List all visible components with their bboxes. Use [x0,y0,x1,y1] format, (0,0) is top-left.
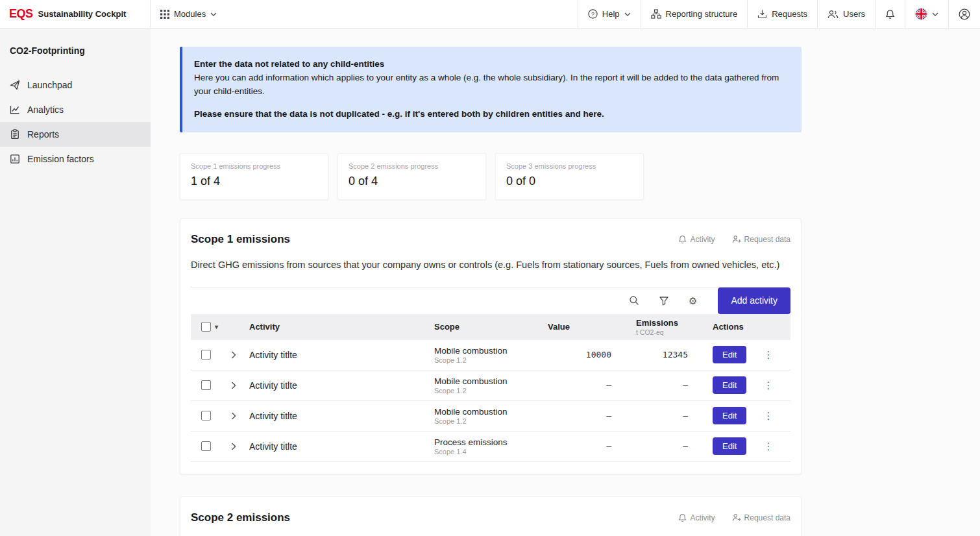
notifications-button[interactable] [875,0,905,28]
emissions-cell: – [633,441,710,451]
scope-cell: Mobile combustion Scope 1.2 [432,407,545,425]
table-header-row: ▾ Activity Scope Value Emissions t CO2-e… [191,314,790,340]
sidebar-item-emission-factors[interactable]: Emission factors [0,147,151,171]
row-expand-toggle[interactable] [221,443,247,450]
gear-icon[interactable]: ⚙ [689,296,697,306]
app-title: Sustainability Cockpit [38,9,127,19]
chevron-right-icon [231,443,236,450]
col-header-actions: Actions [710,322,790,332]
filter-icon[interactable] [659,296,669,306]
edit-button[interactable]: Edit [713,376,746,394]
request-data-label: Request data [744,513,790,522]
activity-log-link[interactable]: Activity [678,235,715,244]
select-all-checkbox[interactable] [201,322,211,332]
header-nav: ? Help Reporting structure Reques [578,0,980,28]
scope1-table-body: Activity titlte Mobile combustion Scope … [191,340,790,462]
sidebar-item-label: Emission factors [27,154,94,164]
account-button[interactable] [948,0,980,28]
scope-number: Scope 1.2 [434,387,543,395]
progress-cards: Scope 1 emissions progress 1 of 4 Scope … [180,153,802,200]
banner-title: Enter the data not related to any child-… [194,58,787,71]
help-label: Help [602,9,620,19]
main-area: Enter the data not related to any child-… [151,29,980,536]
row-checkbox[interactable] [201,350,211,359]
progress-value: 0 of 0 [506,175,633,188]
progress-label: Scope 2 emissions progress [349,162,475,170]
table-row: Activity titlte Mobile combustion Scope … [191,340,790,371]
value-cell: – [545,441,633,451]
progress-label: Scope 1 emissions progress [191,162,317,170]
activity-log-link[interactable]: Activity [678,513,715,522]
sidebar: CO2-Footprinting Launchpad Analytics Rep… [0,29,151,536]
help-icon: ? [588,9,598,19]
uk-flag-icon [915,8,927,20]
emissions-unit: t CO2-eq [636,328,707,336]
sidebar-item-analytics[interactable]: Analytics [0,97,151,122]
request-data-link[interactable]: Request data [732,513,790,522]
row-checkbox[interactable] [201,380,211,390]
table-row: Activity titlte Process emissions Scope … [191,432,790,462]
request-icon [757,9,767,19]
sidebar-title: CO2-Footprinting [0,45,151,56]
row-expand-toggle[interactable] [221,382,247,389]
row-expand-toggle[interactable] [221,351,247,359]
language-menu[interactable] [905,0,948,28]
kebab-menu-icon[interactable]: ⋮ [761,410,776,422]
scope1-description: Direct GHG emissions from sources that y… [191,258,781,273]
search-icon[interactable] [629,295,639,306]
activity-link-label: Activity [691,235,715,244]
emissions-cell: – [633,380,710,390]
users-button[interactable]: Users [817,0,875,28]
table-toolbar: ⚙ Add activity [191,287,790,314]
kebab-menu-icon[interactable]: ⋮ [761,349,776,361]
request-data-link[interactable]: Request data [732,235,790,244]
users-icon [827,10,839,19]
sidebar-item-label: Launchpad [27,80,72,90]
scope-name: Mobile combustion [434,376,543,386]
request-data-label: Request data [744,235,790,244]
select-dropdown-caret[interactable]: ▾ [215,323,218,330]
org-chart-icon [651,9,661,19]
row-checkbox[interactable] [201,411,211,420]
emissions-cell: – [633,411,710,420]
activity-title: Activity titlte [247,350,432,360]
scope1-table: ⚙ Add activity ▾ Activity Scope Value Em… [191,287,790,462]
activity-title: Activity titlte [247,441,432,452]
chevron-right-icon [231,412,236,420]
edit-button[interactable]: Edit [713,437,746,455]
add-activity-button[interactable]: Add activity [718,287,790,314]
progress-label: Scope 3 emissions progress [506,162,633,170]
row-checkbox[interactable] [201,441,211,451]
modules-menu[interactable]: Modules [151,0,227,28]
chevron-right-icon [231,382,236,389]
requests-button[interactable]: Requests [747,0,817,28]
sidebar-item-reports[interactable]: Reports [0,122,151,147]
requests-label: Requests [772,9,807,19]
table-row: Activity titlte Mobile combustion Scope … [191,401,790,432]
kebab-menu-icon[interactable]: ⋮ [761,441,776,452]
kebab-menu-icon[interactable]: ⋮ [761,380,776,391]
scope-number: Scope 1.2 [434,417,543,425]
value-cell: 10000 [545,350,633,359]
help-menu[interactable]: ? Help [578,0,641,28]
edit-button[interactable]: Edit [713,407,746,424]
edit-button[interactable]: Edit [713,346,746,363]
table-row: Activity titlte Mobile combustion Scope … [191,371,790,401]
chevron-down-icon [210,12,217,16]
banner-warning: Please ensure that the data is not dupli… [194,108,787,121]
scope2-progress-card: Scope 2 emissions progress 0 of 4 [337,153,486,200]
modules-label: Modules [174,9,206,19]
progress-value: 1 of 4 [191,175,317,188]
scope-cell: Mobile combustion Scope 1.2 [432,346,545,364]
sidebar-item-label: Analytics [27,104,64,115]
reporting-structure-button[interactable]: Reporting structure [641,0,748,28]
scope3-progress-card: Scope 3 emissions progress 0 of 0 [495,153,644,200]
bell-icon [678,513,687,522]
brand-area[interactable]: EQS Sustainability Cockpit [0,0,151,28]
info-banner: Enter the data not related to any child-… [180,47,802,132]
svg-text:?: ? [591,11,594,18]
row-expand-toggle[interactable] [221,412,247,420]
scope-name: Process emissions [434,437,543,447]
sidebar-item-launchpad[interactable]: Launchpad [0,73,151,97]
header-spacer [227,0,578,28]
